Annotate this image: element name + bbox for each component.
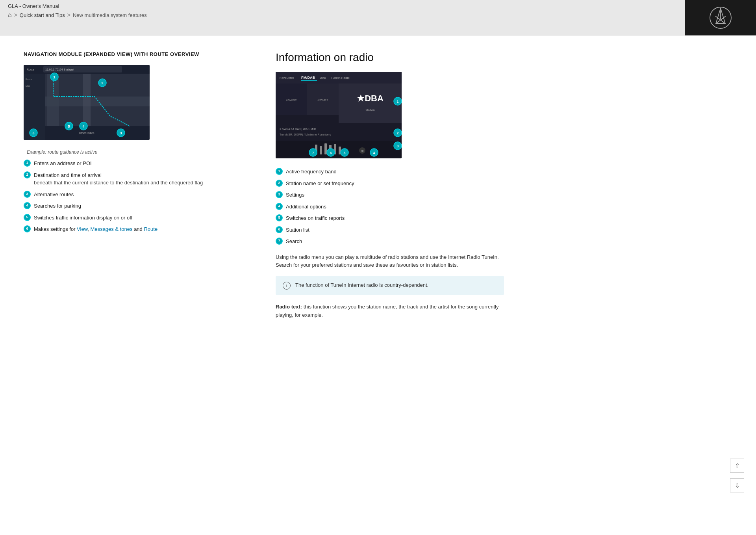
breadcrumb-sep-1: > <box>14 12 17 18</box>
radio-item-3: 3 Settings <box>276 191 504 199</box>
radio-item-5: 5 Switches on traffic reports <box>276 214 504 222</box>
radio-item-2: 2 Station name or set frequency <box>276 180 504 188</box>
svg-text:4: 4 <box>373 151 375 155</box>
nav-item-3: 3 Alternative routes <box>24 191 252 199</box>
radio-item-1: 1 Active frequency band <box>276 168 504 176</box>
radio-svg: Favourites FM/DAB DAB TuneIn Radio #SWR2… <box>276 72 402 158</box>
nav-item-6: 6 Makes settings for View, Messages & to… <box>24 225 252 233</box>
svg-text:2: 2 <box>397 131 398 135</box>
svg-text:6: 6 <box>330 151 332 155</box>
radio-description: Using the radio menu you can play a mult… <box>276 253 504 270</box>
nav-badge-6: 6 <box>24 225 31 232</box>
nav-example-text: Example: route guidance is active <box>27 149 252 155</box>
radio-section-title: Information on radio <box>276 51 504 64</box>
svg-text:Other routes: Other routes <box>79 132 94 134</box>
page-header: GLA - Owner's Manual ⌂ > Quick start and… <box>0 0 756 35</box>
nav-badge-5: 5 <box>24 214 31 221</box>
svg-rect-50 <box>324 143 327 154</box>
svg-text:FM/DAB: FM/DAB <box>301 76 315 80</box>
info-box: i The function of TuneIn Internet radio … <box>276 276 504 295</box>
svg-text:5: 5 <box>343 151 345 155</box>
manual-title: GLA - Owner's Manual <box>8 3 748 9</box>
logo-area <box>685 0 756 35</box>
radio-badge-3: 3 <box>276 191 283 198</box>
nav-item-2-text: Destination and time of arrival beneath … <box>34 171 252 187</box>
nav-link-route[interactable]: Route <box>144 226 158 232</box>
svg-rect-34 <box>301 80 317 81</box>
svg-text:6: 6 <box>32 131 34 135</box>
nav-item-5: 5 Switches traffic information display o… <box>24 214 252 222</box>
nav-item-1-text: Enters an address or POI <box>34 160 252 167</box>
nav-item-5-text: Switches traffic information display on … <box>34 214 252 222</box>
radio-text-label: Radio text: <box>276 304 302 310</box>
nav-module-image: Route 11:06:1 70174 Stuttgart Route Map … <box>24 65 150 140</box>
svg-text:station: station <box>365 108 375 112</box>
radio-item-3-text: Settings <box>286 191 504 199</box>
svg-text:3: 3 <box>397 144 398 148</box>
svg-text:#SWR2: #SWR2 <box>317 98 328 102</box>
radio-badge-1: 1 <box>276 168 283 175</box>
svg-text:1: 1 <box>53 75 55 79</box>
radio-item-6: 6 Station list <box>276 226 504 234</box>
scroll-up-button[interactable]: ⇧ <box>730 459 744 473</box>
nav-item-6-text: Makes settings for View, Messages & tone… <box>34 225 252 233</box>
nav-badge-1: 1 <box>24 160 31 167</box>
svg-text:★DBA: ★DBA <box>357 93 384 103</box>
radio-badge-7: 7 <box>276 238 283 245</box>
radio-badge-6: 6 <box>276 226 283 233</box>
svg-text:⊞: ⊞ <box>361 149 364 153</box>
radio-module-image: Favourites FM/DAB DAB TuneIn Radio #SWR2… <box>276 72 402 158</box>
mercedes-logo-icon <box>709 6 732 30</box>
svg-text:2: 2 <box>101 81 103 85</box>
radio-item-4: 4 Additional options <box>276 203 504 211</box>
svg-rect-41 <box>339 84 402 123</box>
home-icon[interactable]: ⌂ <box>8 11 12 19</box>
nav-item-4-text: Searches for parking <box>34 202 252 210</box>
radio-item-6-text: Station list <box>286 226 504 234</box>
svg-text:1: 1 <box>397 100 398 104</box>
radio-item-1-text: Active frequency band <box>286 168 504 176</box>
svg-text:Route: Route <box>26 78 32 80</box>
radio-item-5-text: Switches on traffic reports <box>286 214 504 222</box>
nav-item-1: 1 Enters an address or POI <box>24 160 252 167</box>
radio-item-7: 7 Search <box>276 238 504 245</box>
nav-item-2: 2 Destination and time of arrival beneat… <box>24 171 252 187</box>
main-content: NAVIGATION MODULE (EXPANDED VIEW) WITH R… <box>0 35 756 528</box>
scroll-down-button[interactable]: ⇩ <box>730 478 744 492</box>
nav-badge-3: 3 <box>24 191 31 198</box>
nav-map-svg: Route 11:06:1 70174 Stuttgart Route Map … <box>24 65 150 140</box>
svg-rect-49 <box>320 146 322 154</box>
svg-text:Map: Map <box>26 85 30 87</box>
radio-text-desc: this function shows you the station name… <box>276 304 499 318</box>
svg-rect-44 <box>276 123 402 139</box>
left-column: NAVIGATION MODULE (EXPANDED VIEW) WITH R… <box>24 51 252 320</box>
svg-text:5: 5 <box>68 124 70 128</box>
radio-badge-5: 5 <box>276 214 283 221</box>
nav-item-4: 4 Searches for parking <box>24 202 252 210</box>
radio-badge-2: 2 <box>276 180 283 187</box>
svg-text:Trend (SR. 102PR) / Marianne R: Trend (SR. 102PR) / Marianne Rosenberg <box>280 133 331 136</box>
nav-link-messages[interactable]: Messages & tones <box>91 226 133 232</box>
svg-text:11:06:1 70174 Stuttgart: 11:06:1 70174 Stuttgart <box>45 68 74 71</box>
page-footer: F247 0112 02 <box>0 528 756 535</box>
info-box-text: The function of TuneIn Internet radio is… <box>295 281 428 289</box>
svg-text:Favourites: Favourites <box>280 76 294 80</box>
radio-item-4-text: Additional options <box>286 203 504 211</box>
radio-text-para: Radio text: this function shows you the … <box>276 303 504 320</box>
svg-rect-16 <box>45 126 150 140</box>
info-icon: i <box>283 282 291 290</box>
breadcrumb-sep-2: > <box>67 12 70 18</box>
svg-text:Route: Route <box>27 68 34 71</box>
nav-badge-2: 2 <box>24 171 31 178</box>
svg-text:DAB: DAB <box>320 76 326 80</box>
nav-link-view[interactable]: View <box>77 226 87 232</box>
radio-item-7-text: Search <box>286 238 504 245</box>
breadcrumb-current: New multimedia system features <box>73 12 147 18</box>
breadcrumb-quick-start[interactable]: Quick start and Tips <box>20 12 65 18</box>
svg-text:3: 3 <box>120 131 122 135</box>
svg-text:≡ SWR4 KA DAB | 206.1 MHz: ≡ SWR4 KA DAB | 206.1 MHz <box>280 128 317 131</box>
breadcrumb: ⌂ > Quick start and Tips > New multimedi… <box>8 11 748 19</box>
nav-badge-4: 4 <box>24 202 31 209</box>
right-column: Information on radio Favourites FM/DAB D… <box>276 51 504 320</box>
svg-text:4: 4 <box>82 124 84 128</box>
